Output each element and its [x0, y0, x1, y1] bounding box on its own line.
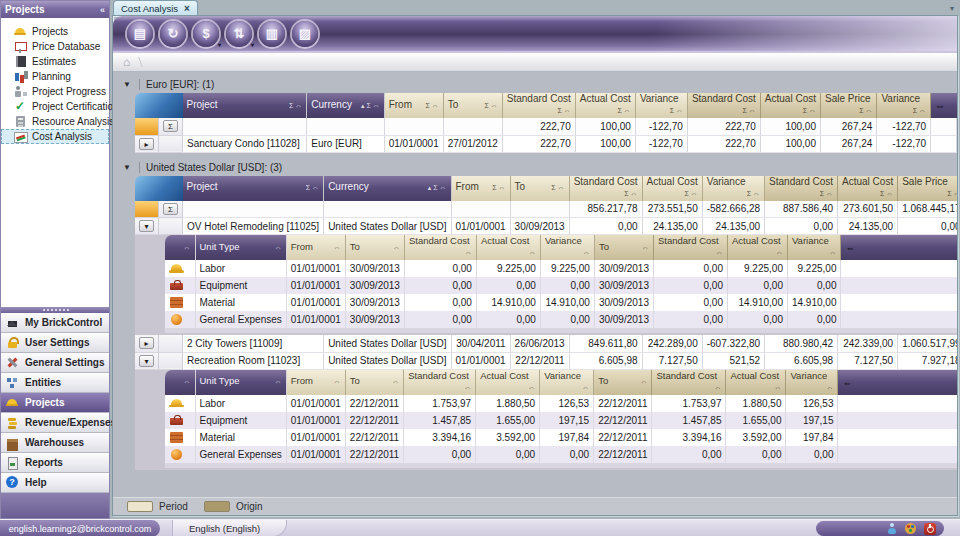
sidebar-item-resource-analysis[interactable]: Resource Analysis — [1, 114, 109, 129]
sort-button[interactable]: ⇅▾ — [226, 21, 252, 47]
column-header-currency[interactable]: Currency▴ Σ ⇔ — [307, 93, 384, 118]
column-header-sale-price[interactable]: Sale PriceΣ ⇔ — [898, 176, 957, 201]
theme-palette-icon[interactable] — [905, 523, 916, 534]
sidebar-splitter[interactable] — [1, 307, 109, 313]
nav-item-reports[interactable]: Reports — [1, 453, 109, 473]
column-header-standard-cost[interactable]: Standard CostΣ ⇔ — [765, 176, 838, 201]
column-header-to[interactable]: To⇔ — [594, 370, 652, 395]
column-header-to[interactable]: To⇔ — [345, 235, 404, 260]
column-header-unit-type[interactable]: Unit Type⇔ — [195, 370, 286, 395]
column-header-unit-type[interactable]: Unit Type⇔ — [195, 235, 286, 260]
column-header-label: Sale Price — [825, 93, 871, 104]
column-header-icon[interactable]: ⇔ — [165, 370, 195, 395]
column-header-actual-cost[interactable]: Actual CostΣ ⇔ — [838, 176, 898, 201]
export-button[interactable]: ▨ — [292, 21, 318, 47]
sigma-button[interactable]: Σ — [163, 203, 178, 215]
column-header-variance[interactable]: Variance⇔ — [540, 370, 594, 395]
unit-cell: 14.910,00 — [476, 294, 540, 311]
column-header-actual-cost[interactable]: Actual CostΣ ⇔ — [642, 176, 702, 201]
unit-icon-cell — [165, 446, 195, 463]
bricks-icon — [169, 296, 185, 309]
nav-item-projects[interactable]: Projects — [1, 393, 109, 413]
column-header-standard-cost[interactable]: Standard CostΣ ⇔ — [569, 176, 642, 201]
refresh-button[interactable]: ↻ — [160, 21, 186, 47]
collapse-row-button[interactable]: ▾ — [139, 355, 154, 367]
currency-button[interactable]: $▾ — [193, 21, 219, 47]
row-gutter-cell — [159, 335, 183, 352]
user-icon[interactable] — [886, 523, 897, 534]
column-header-standard-cost[interactable]: Standard Cost⇔ — [404, 370, 476, 395]
sub-header-stub[interactable]: ⇔ — [838, 370, 957, 395]
legend-label: Origin — [236, 501, 263, 512]
project-cell: United States Dollar [USD] — [324, 352, 451, 369]
collapse-sidebar-button[interactable]: « — [100, 5, 105, 15]
group-collapse-icon[interactable]: ▼ — [121, 80, 133, 89]
unit-cell: 14.910,00 — [727, 294, 787, 311]
archive-button[interactable]: ▤ — [127, 21, 153, 47]
tab-close-icon[interactable]: × — [184, 3, 190, 14]
project-row: ▸Sanctuary Condo [11028]Euro [EUR]01/01/… — [135, 135, 957, 152]
column-header-standard-cost[interactable]: Standard Cost⇔ — [653, 235, 727, 260]
project-row: ▸2 City Towers [11009]United States Doll… — [135, 335, 957, 352]
column-header-actual-cost[interactable]: Actual Cost⇔ — [727, 235, 787, 260]
column-header-actual-cost[interactable]: Actual CostΣ ⇔ — [760, 93, 820, 118]
column-header-sale-price[interactable]: Sale PriceΣ ⇔ — [820, 93, 876, 118]
column-header-variance[interactable]: Variance⇔ — [787, 235, 841, 260]
tab-list-dropdown-icon[interactable]: ▾ — [950, 4, 954, 13]
sidebar-item-cost-analysis[interactable]: Cost Analysis — [1, 129, 109, 144]
sidebar-item-projects[interactable]: Projects — [1, 24, 109, 39]
nav-item-my-brickcontrol[interactable]: My BrickControl — [1, 313, 109, 333]
column-header-icon[interactable]: ⇔ — [165, 235, 195, 260]
column-header-variance[interactable]: VarianceΣ ⇔ — [702, 176, 764, 201]
column-header-standard-cost[interactable]: Standard Cost⇔ — [404, 235, 476, 260]
column-header-variance[interactable]: VarianceΣ ⇔ — [877, 93, 931, 118]
column-header-actual-cost[interactable]: Actual Cost⇔ — [476, 370, 540, 395]
column-header-from[interactable]: From⇔ — [286, 370, 345, 395]
column-header-variance[interactable]: Variance⇔ — [540, 235, 594, 260]
column-header-from[interactable]: FromΣ ⇔ — [451, 176, 510, 201]
nav-item-entities[interactable]: Entities — [1, 373, 109, 393]
sidebar-item-planning[interactable]: Planning — [1, 69, 109, 84]
expand-row-button[interactable]: ▸ — [139, 337, 154, 349]
column-header-standard-cost[interactable]: Standard CostΣ ⇔ — [502, 93, 575, 118]
column-header-standard-cost[interactable]: Standard Cost⇔ — [652, 370, 726, 395]
column-header-from[interactable]: FromΣ ⇔ — [384, 93, 443, 118]
sidebar-item-project-certification[interactable]: Project Certification — [1, 99, 109, 114]
column-header-to[interactable]: To⇔ — [345, 370, 403, 395]
sigma-button[interactable]: Σ — [163, 120, 178, 132]
column-header-project[interactable]: ProjectΣ ⇔ — [183, 93, 307, 118]
column-header-standard-cost[interactable]: Standard CostΣ ⇔ — [687, 93, 760, 118]
sidebar-item-price-database[interactable]: Price Database — [1, 39, 109, 54]
collapse-row-button[interactable]: ▾ — [139, 220, 154, 232]
expand-row-button[interactable]: ▸ — [139, 138, 154, 150]
nav-item-revenue-expenses[interactable]: Revenue/Expenses — [1, 413, 109, 433]
sidebar-item-project-progress[interactable]: Project Progress — [1, 84, 109, 99]
print-button[interactable]: ▥ — [259, 21, 285, 47]
column-header-project[interactable]: ProjectΣ ⇔ — [183, 176, 324, 201]
group-collapse-icon[interactable]: ▼ — [121, 163, 133, 172]
sub-header-stub[interactable]: ⇔ — [841, 235, 957, 260]
logout-power-icon[interactable] — [924, 523, 936, 535]
column-header-currency[interactable]: Currency▴ Σ ⇔ — [324, 176, 451, 201]
project-cell: 242.339,00 — [838, 335, 898, 352]
tab-cost-analysis[interactable]: Cost Analysis × — [113, 0, 198, 15]
column-header-actual-cost[interactable]: Actual Cost⇔ — [726, 370, 786, 395]
nav-item-warehouses[interactable]: Warehouses — [1, 433, 109, 453]
sidebar-item-estimates[interactable]: Estimates — [1, 54, 109, 69]
column-header-actual-cost[interactable]: Actual CostΣ ⇔ — [575, 93, 635, 118]
project-cell: 880.980,42 — [765, 335, 838, 352]
column-header-variance[interactable]: Variance⇔ — [786, 370, 838, 395]
column-header-variance[interactable]: VarianceΣ ⇔ — [635, 93, 687, 118]
nav-item-general-settings[interactable]: General Settings — [1, 353, 109, 373]
home-icon[interactable]: ⌂ — [123, 57, 130, 67]
column-header-to[interactable]: ToΣ ⇔ — [443, 93, 502, 118]
nav-item-user-settings[interactable]: User Settings — [1, 333, 109, 353]
language-selector[interactable]: English (English) — [172, 520, 287, 536]
nav-item-help[interactable]: Help — [1, 473, 109, 493]
column-header-actual-cost[interactable]: Actual Cost⇔ — [476, 235, 540, 260]
toolbar: ▤↻$▾⇅▾▥▨ — [113, 16, 957, 53]
column-header-stub[interactable]: ⇔ — [931, 93, 957, 118]
column-header-from[interactable]: From⇔ — [286, 235, 345, 260]
column-header-to[interactable]: To⇔ — [594, 235, 653, 260]
column-header-to[interactable]: ToΣ ⇔ — [510, 176, 569, 201]
